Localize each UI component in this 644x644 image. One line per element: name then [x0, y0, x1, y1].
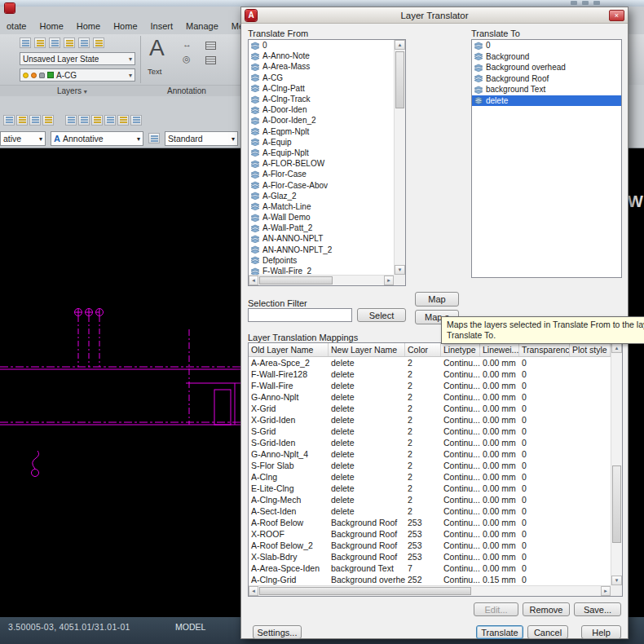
leader-icon[interactable]: ◎ — [183, 54, 191, 64]
scroll-up-icon[interactable]: ▲ — [611, 343, 622, 353]
mapping-row[interactable]: A-Roof BelowBackground Roof253Continu...… — [249, 517, 611, 528]
ribbon-tab[interactable]: Home — [107, 19, 143, 33]
mapping-row[interactable]: A-Clngdelete2Continu...0.00 mm0 — [249, 471, 611, 483]
scrollbar-thumb[interactable] — [259, 276, 333, 285]
mapping-row[interactable]: A-Sect-Idendelete2Continu...0.00 mm0 — [249, 505, 611, 517]
mapping-row[interactable]: A-Area-Spce-Idenbackground Text7Continu.… — [249, 562, 611, 574]
layer-list-item[interactable]: A-CG — [249, 73, 394, 83]
autocad-app-icon[interactable] — [5, 3, 15, 13]
mapping-row[interactable]: S-Flor Slabdelete2Continu...0.00 mm0 — [249, 460, 611, 471]
model-space-toggle[interactable]: MODEL — [175, 622, 205, 632]
annotation-panel-label[interactable]: Annotation — [167, 86, 206, 95]
layer-list-item[interactable]: delete — [472, 95, 621, 107]
mapping-row[interactable]: X-Grid-Idendelete2Continu...0.00 mm0 — [249, 414, 611, 426]
layer-list-item[interactable]: 0 — [472, 40, 621, 51]
selection-filter-input[interactable] — [248, 308, 352, 322]
ribbon-tab[interactable]: Manage — [179, 19, 225, 33]
multileader-icon[interactable] — [205, 56, 216, 64]
layer-list-item[interactable]: A-Glaz_2 — [249, 191, 394, 201]
layer-list-item[interactable]: AN-ANNO-NPLT — [249, 233, 394, 244]
layer-list-item[interactable]: 0 — [249, 40, 394, 51]
layer-filter-icon[interactable] — [34, 37, 46, 48]
mapping-row[interactable]: E-Lite-Clngdelete2Continu...0.00 mm0 — [249, 483, 611, 494]
ribbon-tab[interactable]: otate — [0, 19, 33, 33]
toolbar-icon[interactable] — [3, 115, 15, 126]
column-header[interactable]: Old Layer Name — [249, 343, 329, 356]
layer-list-item[interactable]: A-Equip — [249, 137, 394, 148]
scrollbar-thumb[interactable] — [395, 51, 404, 108]
layer-list-item[interactable]: A-Flor-Case — [249, 169, 394, 179]
ribbon-tab[interactable]: Insert — [144, 19, 180, 33]
toolbar-icon[interactable] — [78, 115, 90, 126]
scroll-down-icon[interactable]: ▼ — [395, 265, 405, 275]
mapping-row[interactable]: F-Wall-Fire128delete2Continu...0.00 mm0 — [249, 368, 611, 380]
column-header[interactable]: Transparency — [519, 343, 570, 356]
mapping-row[interactable]: A-Clng-Mechdelete2Continu...0.00 mm0 — [249, 494, 611, 505]
current-layer-combo[interactable]: A-CG ▾ — [20, 68, 135, 82]
layer-properties-icon[interactable] — [20, 37, 31, 48]
mapping-row[interactable]: X-Griddelete2Continu...0.00 mm0 — [249, 403, 611, 414]
select-button[interactable]: Select — [357, 308, 406, 322]
layer-list-item[interactable]: A-Anno-Note — [249, 51, 394, 61]
column-header[interactable]: Color — [405, 343, 441, 356]
scroll-down-icon[interactable]: ▼ — [611, 576, 622, 585]
style-tool-icon[interactable] — [148, 133, 160, 143]
translate-from-vscrollbar[interactable]: ▲ ▼ — [394, 40, 405, 275]
table-icon[interactable] — [205, 42, 216, 50]
mapping-row[interactable]: F-Wall-Firedelete2Continu...0.00 mm0 — [249, 380, 611, 391]
toolbar-icon[interactable] — [117, 115, 129, 126]
scrollbar-thumb[interactable] — [612, 465, 621, 543]
standard-combo[interactable]: Standard ▾ — [165, 131, 238, 146]
mapping-row[interactable]: X-Slab-BdryBackground Roof253Continu...0… — [249, 551, 611, 562]
dimension-icon[interactable]: ↔ — [183, 39, 192, 49]
layer-list-item[interactable]: A-Match-Line — [249, 201, 394, 212]
layer-list-item[interactable]: A-Flor-Case-Abov — [249, 179, 394, 190]
layer-list-item[interactable]: A-Eqpm-Nplt — [249, 126, 394, 137]
help-button[interactable]: Help — [581, 625, 621, 639]
close-icon[interactable]: × — [609, 10, 624, 21]
annotative-combo[interactable]: A Annotative ▾ — [51, 131, 143, 146]
toolbar-icon[interactable] — [65, 115, 77, 126]
layer-freeze-icon[interactable] — [78, 37, 90, 48]
layers-panel-label[interactable]: Layers ▾ — [57, 86, 87, 95]
scroll-left-icon[interactable]: ◄ — [249, 276, 258, 285]
layer-state-combo[interactable]: Unsaved Layer State ▾ — [20, 52, 135, 65]
mappings-hscrollbar[interactable]: ◄ ► — [249, 585, 611, 596]
save-button[interactable]: Save... — [574, 602, 621, 616]
layer-list-item[interactable]: A-Door-Iden — [249, 104, 394, 115]
layer-list-item[interactable]: AN-ANNO-NPLT_2 — [249, 245, 394, 255]
layer-list-item[interactable]: Background overhead — [472, 62, 621, 73]
layer-list-item[interactable]: A-FLOR-BELOW — [249, 158, 394, 169]
layer-list-item[interactable]: A-Clng-Patt — [249, 83, 394, 94]
column-header[interactable]: Plot style — [570, 343, 611, 356]
layer-list-item[interactable]: Background Roof — [472, 73, 621, 85]
toolbar-icon[interactable] — [29, 115, 41, 126]
column-header[interactable]: New Layer Name — [329, 343, 405, 356]
translate-from-hscrollbar[interactable]: ◄ ► — [249, 275, 394, 285]
mapping-row[interactable]: A-Roof Below_2Background Roof253Continu.… — [249, 540, 611, 551]
toolbar-icon[interactable] — [104, 115, 116, 126]
layer-list-item[interactable]: background Text — [472, 84, 621, 95]
layer-off-icon[interactable] — [93, 37, 104, 48]
map-button[interactable]: Map — [415, 292, 459, 307]
scroll-up-icon[interactable]: ▲ — [395, 40, 405, 50]
cancel-button[interactable]: Cancel — [527, 625, 568, 639]
scroll-left-icon[interactable]: ◄ — [249, 586, 258, 596]
scrollbar-thumb[interactable] — [259, 587, 471, 595]
toolbar-icon[interactable] — [130, 115, 142, 126]
layer-list-item[interactable]: A-Area-Mass — [249, 61, 394, 72]
settings-button[interactable]: Settings... — [253, 625, 302, 639]
ribbon-tab[interactable]: Home — [70, 19, 107, 33]
mapping-row[interactable]: G-Anno-Nplt_4delete2Continu...0.00 mm0 — [249, 448, 611, 460]
translate-button[interactable]: Translate — [476, 625, 523, 639]
toolbar-icon[interactable] — [16, 115, 28, 126]
toolbar-icon[interactable] — [91, 115, 103, 126]
layer-list-item[interactable]: Background — [472, 51, 621, 63]
dialog-titlebar[interactable]: Layer Translator — [241, 7, 628, 24]
mapping-row[interactable]: S-Griddelete2Continu...0.00 mm0 — [249, 426, 611, 437]
column-header[interactable]: Linewei... — [480, 343, 519, 356]
text-tool-icon[interactable]: A — [149, 36, 165, 60]
mapping-row[interactable]: A-Area-Spce_2delete2Continu...0.00 mm0 — [249, 357, 611, 368]
scroll-right-icon[interactable]: ► — [601, 586, 611, 596]
edit-button[interactable]: Edit... — [474, 602, 518, 616]
